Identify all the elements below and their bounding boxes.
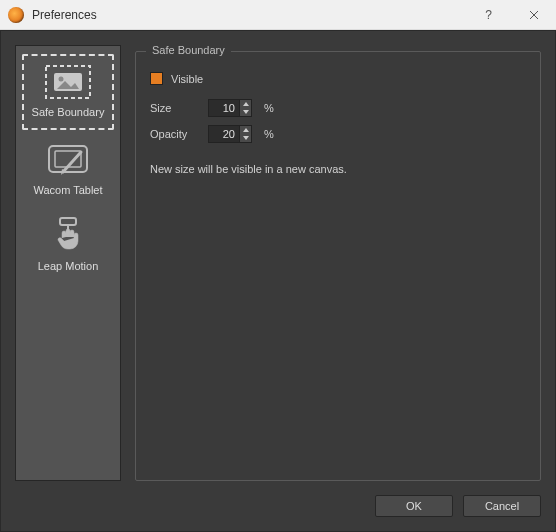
- visible-checkbox[interactable]: [150, 72, 163, 85]
- sidebar-item-label: Leap Motion: [38, 260, 99, 272]
- panel-title: Safe Boundary: [146, 44, 231, 56]
- settings-panel: Safe Boundary Visible Size: [135, 51, 541, 481]
- help-button[interactable]: ?: [466, 0, 511, 30]
- sidebar-item-wacom-tablet[interactable]: Wacom Tablet: [22, 134, 114, 206]
- note-text: New size will be visible in a new canvas…: [150, 163, 526, 175]
- app-icon: [8, 7, 24, 23]
- opacity-row: Opacity %: [150, 125, 526, 143]
- opacity-label: Opacity: [150, 128, 200, 140]
- opacity-spinner[interactable]: [208, 125, 252, 143]
- footer: OK Cancel: [1, 487, 555, 531]
- safe-boundary-icon: [44, 64, 92, 100]
- size-spinner[interactable]: [208, 99, 252, 117]
- opacity-unit: %: [264, 128, 274, 140]
- main-row: Safe Boundary Wacom Tablet: [1, 31, 555, 487]
- svg-marker-14: [243, 128, 249, 132]
- help-icon: ?: [485, 8, 492, 22]
- opacity-step-down[interactable]: [240, 134, 251, 142]
- size-step-down[interactable]: [240, 108, 251, 116]
- visible-row: Visible: [150, 72, 526, 85]
- opacity-input[interactable]: [209, 126, 239, 142]
- opacity-step-up[interactable]: [240, 126, 251, 134]
- chevron-up-icon: [243, 128, 249, 132]
- window-title: Preferences: [32, 8, 466, 22]
- svg-rect-10: [60, 218, 76, 225]
- titlebar: Preferences ?: [0, 0, 556, 30]
- close-button[interactable]: [511, 0, 556, 30]
- chevron-down-icon: [243, 136, 249, 140]
- svg-marker-15: [243, 136, 249, 140]
- tablet-icon: [44, 142, 92, 178]
- size-input[interactable]: [209, 100, 239, 116]
- svg-marker-13: [243, 110, 249, 114]
- size-label: Size: [150, 102, 200, 114]
- sidebar-item-label: Safe Boundary: [32, 106, 105, 118]
- chevron-up-icon: [243, 102, 249, 106]
- leap-icon: [44, 218, 92, 254]
- svg-line-8: [63, 152, 81, 172]
- chevron-down-icon: [243, 110, 249, 114]
- size-unit: %: [264, 102, 274, 114]
- visible-label: Visible: [171, 73, 203, 85]
- dialog-body: Safe Boundary Wacom Tablet: [0, 30, 556, 532]
- sidebar-item-leap-motion[interactable]: Leap Motion: [22, 210, 114, 282]
- sidebar-item-label: Wacom Tablet: [33, 184, 102, 196]
- sidebar-item-safe-boundary[interactable]: Safe Boundary: [22, 54, 114, 130]
- size-step-up[interactable]: [240, 100, 251, 108]
- sidebar: Safe Boundary Wacom Tablet: [15, 45, 121, 481]
- svg-point-4: [59, 77, 64, 82]
- svg-marker-12: [243, 102, 249, 106]
- close-icon: [529, 10, 539, 20]
- cancel-button[interactable]: Cancel: [463, 495, 541, 517]
- size-row: Size %: [150, 99, 526, 117]
- ok-button[interactable]: OK: [375, 495, 453, 517]
